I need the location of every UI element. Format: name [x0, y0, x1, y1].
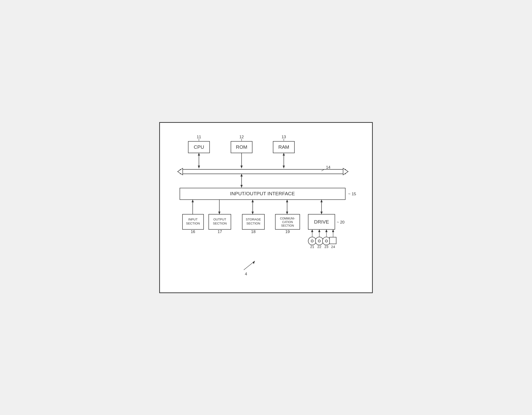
- output-arrow-down: [218, 211, 220, 214]
- ref-17: 17: [218, 229, 222, 234]
- ref-16: 16: [191, 229, 195, 234]
- ref-12: 12: [239, 134, 244, 139]
- media-disc-21-inner: [311, 240, 313, 242]
- output-section-label-1: OUTPUT: [213, 217, 226, 221]
- drive-label: DRIVE: [314, 219, 329, 225]
- media-disc-23-inner: [325, 240, 327, 242]
- cpu-arrow-up: [198, 153, 200, 155]
- fig-arrow-head: [253, 261, 255, 264]
- svg-line-3: [322, 169, 324, 171]
- drive-media3-arrow: [325, 229, 327, 232]
- input-section-label-1: INPUT: [188, 217, 197, 221]
- page: 11 12 13 CPU ROM RAM 14: [159, 122, 373, 293]
- input-section-label-2: SECTION: [186, 222, 200, 225]
- io-interface-label: INPUT/OUTPUT INTERFACE: [230, 191, 295, 196]
- comm-arrow-up: [286, 199, 288, 202]
- diagram-svg: 11 12 13 CPU ROM RAM 14: [165, 128, 367, 288]
- ref-18: 18: [251, 229, 256, 234]
- ram-arrow-down: [283, 166, 285, 168]
- ref-19: 19: [285, 229, 290, 234]
- diagram-container: 11 12 13 CPU ROM RAM 14: [165, 128, 367, 288]
- media-disc-22-inner: [318, 240, 320, 242]
- ref-20: ~ 20: [337, 220, 344, 225]
- bus-io-arrow-up: [240, 174, 243, 176]
- drive-arrow-up: [320, 199, 323, 202]
- storage-section-label-2: SECTION: [247, 222, 260, 225]
- comm-arrow-down: [286, 211, 288, 214]
- comm-section-label-2: CATION: [282, 220, 293, 224]
- ref-11: 11: [197, 134, 201, 139]
- cpu-arrow-down: [198, 166, 200, 168]
- rom-arrow-down: [240, 166, 243, 168]
- ref-22: 22: [317, 245, 321, 249]
- ref-14: 14: [326, 165, 331, 170]
- fig-number: 4: [245, 272, 247, 276]
- drive-media4-arrow: [332, 229, 334, 232]
- drive-media2-arrow: [318, 229, 320, 232]
- ref-15: ~ 15: [348, 192, 356, 196]
- media-card-24: [330, 237, 336, 244]
- ram-label: RAM: [278, 144, 289, 149]
- storage-arrow-up: [252, 199, 254, 202]
- input-arrow-up: [191, 199, 194, 202]
- ram-arrow-up: [283, 153, 285, 155]
- drive-media1-arrow: [311, 229, 313, 232]
- cpu-label: CPU: [194, 144, 204, 149]
- comm-section-label-3: SECTION: [281, 224, 294, 227]
- ref-23: 23: [324, 245, 328, 249]
- bus-io-arrow-down: [240, 185, 243, 188]
- ref-21: 21: [310, 245, 314, 249]
- rom-label: ROM: [236, 144, 247, 149]
- ref-13: 13: [282, 134, 286, 139]
- drive-arrow-down: [320, 211, 323, 214]
- storage-arrow-down: [252, 211, 254, 214]
- ref-24: 24: [331, 245, 335, 249]
- output-section-label-2: SECTION: [213, 222, 227, 225]
- comm-section-label-1: COMMUNI-: [280, 217, 295, 220]
- storage-section-label-1: STORAGE: [246, 217, 261, 221]
